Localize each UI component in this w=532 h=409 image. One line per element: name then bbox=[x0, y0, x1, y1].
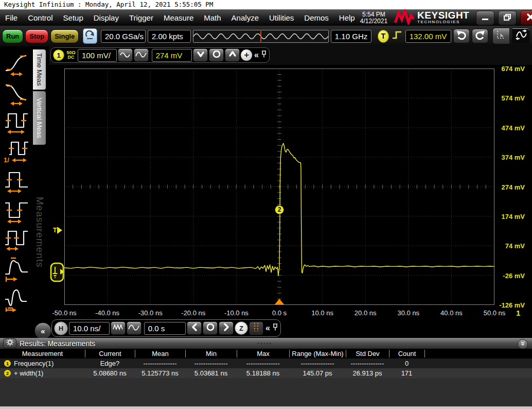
menu-item-utilities[interactable]: Utilities bbox=[264, 11, 299, 25]
negative-width-measurement-icon[interactable]: .w{fill:none;stroke:#f2f2f2;stroke-width… bbox=[1, 195, 32, 224]
menu-item-math[interactable]: Math bbox=[199, 11, 226, 25]
waveform-display[interactable]: 2 bbox=[64, 69, 494, 305]
bandwidth-field[interactable]: 1.10 GHz bbox=[331, 30, 371, 43]
measurement-row-Frequency-1-[interactable]: 1Frequency(1)Edge?----------------------… bbox=[0, 359, 532, 368]
offset-zero-button[interactable] bbox=[209, 48, 224, 62]
position-right-button[interactable] bbox=[219, 321, 234, 335]
offset-up-button[interactable] bbox=[225, 48, 240, 62]
channel1-scale-field[interactable]: 100 mV/ bbox=[78, 49, 117, 62]
measurement-row--width-1-[interactable]: 2+ width(1)5.08680 ns5.125773 ns5.03681 … bbox=[0, 368, 532, 378]
timebase-zoom-out-button[interactable] bbox=[127, 321, 141, 335]
trigger-badge[interactable]: T bbox=[378, 30, 389, 43]
minimize-button[interactable] bbox=[476, 11, 494, 25]
x-axis-tick-label: -10.0 ns bbox=[224, 309, 249, 317]
gear-icon bbox=[6, 338, 14, 348]
scale-decrease-button[interactable] bbox=[118, 48, 133, 62]
timebase-scale-field[interactable]: 10.0 ns/ bbox=[69, 322, 110, 335]
collapse-hbar-button[interactable]: « bbox=[264, 323, 271, 333]
memory-depth-field[interactable]: 2.00 kpts bbox=[148, 30, 191, 43]
menu-item-help[interactable]: Help bbox=[334, 11, 360, 25]
tab-time-meas[interactable]: Time Meas bbox=[33, 49, 46, 90]
channel1-coupling[interactable]: 50Ω DC bbox=[65, 50, 77, 60]
keysight-logo: KEYSIGHT TECHNOLOGIES bbox=[394, 9, 469, 27]
touch-mode-button[interactable] bbox=[83, 28, 97, 44]
sidebar-watermark: Measurements bbox=[34, 197, 45, 268]
duty-cycle-measurement-icon[interactable]: .w{fill:none;stroke:#f2f2f2;stroke-width… bbox=[1, 224, 32, 253]
zoom-mode-button[interactable]: Z bbox=[235, 321, 248, 335]
menu-item-display[interactable]: Display bbox=[88, 11, 124, 25]
add-channel-button[interactable]: + bbox=[241, 49, 252, 61]
y-axis-tick-label: 274 mV bbox=[493, 183, 525, 191]
positive-width-measurement-icon[interactable]: .w{fill:none;stroke:#f2f2f2;stroke-width… bbox=[1, 165, 32, 195]
time-at-min-measurement-icon[interactable]: .w{fill:none;stroke:#f2f2f2;stroke-width… bbox=[1, 283, 32, 312]
timebase-position-field[interactable]: 0.0 s bbox=[144, 322, 186, 335]
sample-rate-field[interactable]: 20.0 GSa/s bbox=[101, 30, 146, 43]
x-axis-tick-label: 0.0 s bbox=[272, 309, 287, 317]
x-axis-tick-label: -30.0 ns bbox=[138, 309, 163, 317]
column-header-filler bbox=[424, 350, 532, 357]
measurement-sidebar: .w{fill:none;stroke:#f2f2f2;stroke-width… bbox=[0, 46, 49, 338]
channel1-ground-marker[interactable] bbox=[50, 262, 65, 285]
menu-item-measure[interactable]: Measure bbox=[158, 11, 199, 25]
stop-button[interactable]: Stop bbox=[25, 29, 48, 43]
y-axis-tick-label: 74 mV bbox=[493, 242, 525, 250]
results-collapse-button[interactable] bbox=[518, 339, 528, 349]
timebase-zoom-in-button[interactable] bbox=[111, 321, 126, 335]
menu-bar: FileControlSetupDisplayTriggerMeasureMat… bbox=[0, 9, 532, 26]
menu-item-analyze[interactable]: Analyze bbox=[226, 11, 264, 25]
scale-increase-button[interactable] bbox=[134, 48, 149, 62]
time-at-max-measurement-icon[interactable]: .w{fill:none;stroke:#f2f2f2;stroke-width… bbox=[1, 253, 32, 283]
trigger-level-marker[interactable]: T bbox=[53, 227, 62, 234]
frequency-measurement-icon[interactable]: .w{fill:none;stroke:#f2f2f2;stroke-width… bbox=[1, 136, 32, 165]
y-axis-tick-label: 374 mV bbox=[493, 154, 525, 161]
menu-item-demos[interactable]: Demos bbox=[299, 11, 334, 25]
pin-icon[interactable] bbox=[261, 50, 267, 60]
single-button[interactable]: Single bbox=[50, 29, 79, 43]
channel1-coupling-mode: DC bbox=[65, 55, 77, 60]
position-left-button[interactable] bbox=[187, 321, 202, 335]
tab-vertical-meas[interactable]: Vertical Meas bbox=[33, 91, 46, 145]
measurement-range-cell: --------------- bbox=[289, 360, 346, 367]
waveform-scaling-button[interactable] bbox=[512, 28, 530, 44]
graticule-resize-icon bbox=[495, 29, 507, 43]
measurement-min-cell: 5.03681 ns bbox=[185, 369, 237, 377]
oscilloscope-app: Keysight Infiniium : Monday, April 12, 2… bbox=[0, 0, 532, 409]
offset-down-button[interactable] bbox=[193, 48, 208, 62]
bottom-filler bbox=[0, 378, 532, 406]
horizontal-controls: H 10.0 ns/ 0.0 s Z « bbox=[51, 319, 281, 337]
horizontal-badge[interactable]: H bbox=[54, 321, 68, 335]
undo-button[interactable] bbox=[453, 29, 470, 43]
channel1-offset-field[interactable]: 274 mV bbox=[152, 49, 192, 62]
keysight-spark-icon bbox=[394, 9, 415, 27]
position-zero-button[interactable] bbox=[203, 321, 218, 335]
menu-item-setup[interactable]: Setup bbox=[58, 11, 88, 25]
menu-item-file[interactable]: File bbox=[0, 11, 23, 25]
column-header-measurement: Measurement bbox=[0, 350, 85, 357]
measurement-name: Frequency(1) bbox=[14, 360, 54, 367]
column-header-current: Current bbox=[85, 350, 135, 357]
time-markers-button[interactable] bbox=[249, 321, 263, 335]
period-measurement-icon[interactable]: .w{fill:none;stroke:#f2f2f2;stroke-width… bbox=[1, 107, 32, 136]
channel1-badge[interactable]: 1 bbox=[53, 49, 64, 61]
ground-symbol-icon bbox=[50, 262, 65, 283]
fall-time-measurement-icon[interactable]: .w{fill:none;stroke:#f2f2f2;stroke-width… bbox=[1, 77, 32, 107]
menu-bar-right: 5:54 PM 4/12/2021 KEYSIGHT TECHNOLOGIES bbox=[360, 9, 532, 27]
close-button[interactable] bbox=[520, 11, 532, 25]
collapse-channel-bar-button[interactable]: « bbox=[253, 50, 260, 60]
pin-icon[interactable] bbox=[272, 323, 278, 333]
menu-item-control[interactable]: Control bbox=[23, 11, 58, 25]
restore-button[interactable] bbox=[498, 11, 517, 25]
rise-time-measurement-icon[interactable]: .w{fill:none;stroke:#f2f2f2;stroke-width… bbox=[1, 48, 32, 77]
sidebar-collapse-button[interactable]: « bbox=[34, 322, 51, 339]
results-settings-button[interactable] bbox=[3, 338, 16, 348]
acquisition-preview-strip[interactable] bbox=[193, 30, 329, 43]
graticule-size-button[interactable] bbox=[492, 28, 510, 44]
close-icon bbox=[526, 13, 532, 23]
measurement-name-cell: 2+ width(1) bbox=[0, 369, 85, 377]
menu-item-trigger[interactable]: Trigger bbox=[124, 11, 158, 25]
menu-items: FileControlSetupDisplayTriggerMeasureMat… bbox=[0, 11, 360, 25]
results-drag-grip[interactable]: ..... bbox=[257, 337, 272, 346]
run-button[interactable]: Run bbox=[2, 29, 23, 43]
redo-button[interactable] bbox=[472, 29, 488, 43]
trigger-level-field[interactable]: 132.00 mV bbox=[405, 30, 451, 43]
